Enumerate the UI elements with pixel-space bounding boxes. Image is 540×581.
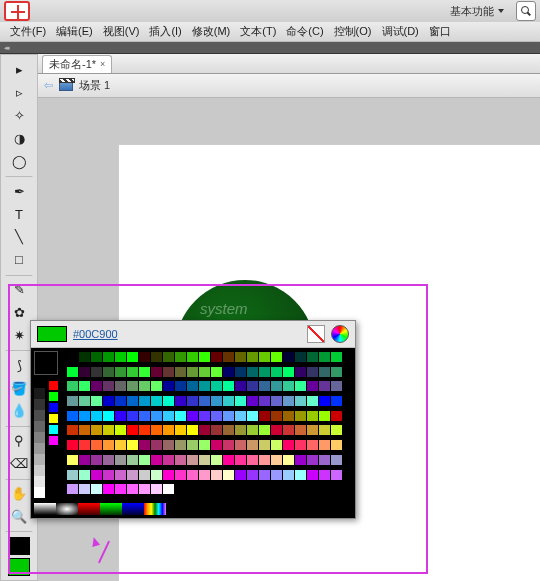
color-swatch[interactable]: [210, 395, 222, 406]
color-swatch[interactable]: [270, 366, 282, 377]
color-swatch[interactable]: [306, 380, 318, 391]
no-color-icon[interactable]: [307, 325, 325, 343]
color-swatch[interactable]: [102, 366, 114, 377]
color-swatch[interactable]: [282, 395, 294, 406]
color-swatch[interactable]: [150, 424, 162, 435]
color-swatch[interactable]: [222, 439, 234, 450]
color-swatch[interactable]: [162, 351, 174, 362]
color-swatch[interactable]: [90, 351, 102, 362]
color-swatch[interactable]: [174, 395, 186, 406]
color-swatch[interactable]: [138, 351, 150, 362]
color-swatch[interactable]: [246, 366, 258, 377]
color-swatch[interactable]: [330, 351, 342, 362]
color-swatch[interactable]: [234, 439, 246, 450]
color-swatch[interactable]: [222, 366, 234, 377]
gray-swatch[interactable]: [34, 388, 45, 399]
color-swatch[interactable]: [90, 483, 102, 494]
menu-window[interactable]: 窗口: [425, 23, 455, 40]
color-swatch[interactable]: [270, 410, 282, 421]
tool-3d-rotation[interactable]: ◑: [5, 128, 33, 150]
color-swatch[interactable]: [138, 439, 150, 450]
gray-swatch[interactable]: [34, 432, 45, 443]
color-swatch[interactable]: [102, 483, 114, 494]
color-swatch[interactable]: [90, 366, 102, 377]
color-swatch[interactable]: [246, 410, 258, 421]
color-swatch[interactable]: [222, 469, 234, 480]
color-swatch[interactable]: [294, 366, 306, 377]
color-swatch[interactable]: [102, 395, 114, 406]
color-swatch[interactable]: [126, 351, 138, 362]
search-button[interactable]: [516, 1, 536, 21]
gradient-swatch-blue[interactable]: [122, 503, 144, 515]
color-swatch[interactable]: [114, 469, 126, 480]
color-swatch[interactable]: [318, 469, 330, 480]
color-swatch[interactable]: [138, 483, 150, 494]
color-swatch[interactable]: [138, 366, 150, 377]
color-swatch[interactable]: [246, 469, 258, 480]
color-swatch[interactable]: [114, 380, 126, 391]
color-swatch[interactable]: [210, 454, 222, 465]
color-swatch[interactable]: [318, 366, 330, 377]
color-swatch[interactable]: [66, 366, 78, 377]
tool-text[interactable]: T: [5, 203, 33, 225]
color-swatch[interactable]: [150, 439, 162, 450]
color-swatch[interactable]: [174, 351, 186, 362]
tool-lasso[interactable]: ◯: [5, 150, 33, 172]
basic-swatch[interactable]: [48, 424, 59, 435]
color-swatch[interactable]: [78, 454, 90, 465]
color-swatch[interactable]: [270, 439, 282, 450]
tool-line[interactable]: ╲: [5, 226, 33, 248]
color-swatch[interactable]: [330, 395, 342, 406]
color-swatch[interactable]: [306, 454, 318, 465]
color-swatch[interactable]: [210, 410, 222, 421]
color-swatch[interactable]: [258, 410, 270, 421]
color-swatch[interactable]: [162, 366, 174, 377]
gray-swatch[interactable]: [34, 465, 45, 476]
color-swatch[interactable]: [138, 424, 150, 435]
gradient-swatch-red[interactable]: [78, 503, 100, 515]
color-swatch[interactable]: [90, 410, 102, 421]
color-swatch[interactable]: [150, 454, 162, 465]
menu-control[interactable]: 控制(O): [330, 23, 376, 40]
color-swatch[interactable]: [246, 424, 258, 435]
color-swatch[interactable]: [114, 439, 126, 450]
color-swatch[interactable]: [174, 439, 186, 450]
color-swatch[interactable]: [294, 410, 306, 421]
color-swatch[interactable]: [318, 395, 330, 406]
color-swatch[interactable]: [330, 366, 342, 377]
color-swatch[interactable]: [246, 454, 258, 465]
color-swatch[interactable]: [102, 380, 114, 391]
color-swatch[interactable]: [150, 380, 162, 391]
color-swatch[interactable]: [114, 454, 126, 465]
color-swatch[interactable]: [210, 351, 222, 362]
color-swatch[interactable]: [222, 454, 234, 465]
document-tab[interactable]: 未命名-1* ×: [42, 55, 112, 73]
color-wheel-icon[interactable]: [331, 325, 349, 343]
menu-text[interactable]: 文本(T): [236, 23, 280, 40]
color-swatch[interactable]: [186, 410, 198, 421]
gray-swatch[interactable]: [34, 421, 45, 432]
color-swatch[interactable]: [318, 410, 330, 421]
color-swatch[interactable]: [330, 424, 342, 435]
color-swatch[interactable]: [222, 424, 234, 435]
color-swatch[interactable]: [330, 469, 342, 480]
gradient-swatch-green[interactable]: [100, 503, 122, 515]
color-swatch[interactable]: [126, 454, 138, 465]
color-swatch[interactable]: [270, 424, 282, 435]
color-swatch[interactable]: [102, 454, 114, 465]
scene-label[interactable]: 场景 1: [79, 78, 110, 93]
color-swatch[interactable]: [282, 410, 294, 421]
gray-swatch[interactable]: [34, 399, 45, 410]
color-swatch[interactable]: [174, 380, 186, 391]
color-swatch[interactable]: [306, 424, 318, 435]
gray-swatch[interactable]: [34, 454, 45, 465]
color-swatch[interactable]: [174, 410, 186, 421]
color-swatch[interactable]: [186, 351, 198, 362]
color-swatch[interactable]: [66, 424, 78, 435]
color-swatch[interactable]: [162, 395, 174, 406]
tool-pen[interactable]: ✒: [5, 180, 33, 202]
color-swatch[interactable]: [294, 395, 306, 406]
color-swatch[interactable]: [306, 469, 318, 480]
color-swatch[interactable]: [114, 351, 126, 362]
color-swatch[interactable]: [66, 351, 78, 362]
